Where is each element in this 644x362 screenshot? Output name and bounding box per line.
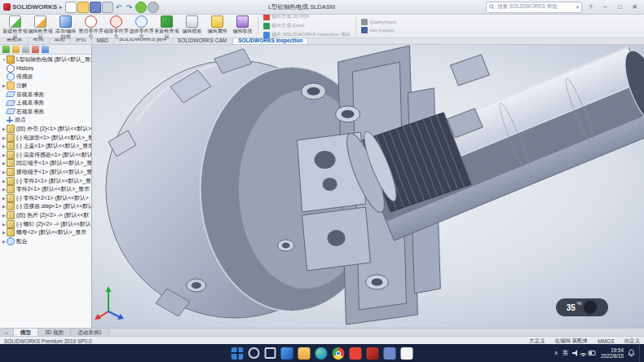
ribbon-button[interactable]: 添加/编辑特性 xyxy=(53,15,78,37)
tree-item[interactable]: ▶ 零件2<1> (默认<<默认>_显示 xyxy=(2,185,91,194)
panel-tab-icon[interactable] xyxy=(42,46,49,53)
quick-access-icon[interactable] xyxy=(148,2,159,13)
search-caret-icon[interactable]: ▾ xyxy=(576,4,579,11)
graphics-area[interactable]: 35 % xyxy=(92,44,644,328)
ribbon-button[interactable]: 更新检查项目 xyxy=(154,15,179,37)
tree-item[interactable]: 原点 xyxy=(2,116,91,125)
tree-item[interactable]: ▶ 注解 xyxy=(2,82,91,90)
ribbon-button-label: 选择零件序号 xyxy=(129,29,154,39)
tree-item[interactable]: ▶ 接地端子<1> (默认<<默认>_显 xyxy=(2,168,91,177)
taskbar-icon[interactable] xyxy=(281,347,293,360)
assembly-icon xyxy=(7,55,15,64)
tree-root-item[interactable]: ▾ L型铝轴热电偶 (默认<默认_显示状态-1>) xyxy=(2,55,91,64)
quick-access-icon[interactable] xyxy=(125,2,135,12)
tree-item[interactable]: ▶ 配合 xyxy=(2,236,91,245)
panel-tab-icon[interactable] xyxy=(12,46,20,53)
ribbon-button-label: 添加/编辑特性 xyxy=(53,29,78,39)
quick-access-icon[interactable] xyxy=(90,2,101,13)
taskbar-icon[interactable] xyxy=(367,347,379,360)
app-version-text: SOLIDWORKS Premium 2019 SP0.0 xyxy=(4,338,92,344)
tree-item[interactable]: ▶ (-) 温度传感器<1> (默认<<默认> xyxy=(2,151,91,160)
tree-item[interactable]: ▶ (-) 电源垫<1> (默认<<默认>_显示 xyxy=(2,133,91,142)
quick-access-icon[interactable] xyxy=(135,2,147,13)
panel-tab-icon[interactable] xyxy=(22,46,29,53)
ribbon-button-icon xyxy=(60,15,72,28)
tree-item[interactable]: 传感器 xyxy=(2,73,91,82)
input-language-indicator[interactable]: 英 xyxy=(562,349,568,357)
ribbon-button[interactable]: 编辑模板 xyxy=(179,15,205,37)
ribbon-button[interactable]: 编辑取值 xyxy=(230,15,255,37)
ribbon-button[interactable]: 编辑属性 xyxy=(205,15,230,37)
solidworks-logo: SOLIDWORKS xyxy=(3,3,57,11)
panel-tab-icon[interactable] xyxy=(32,46,39,53)
help-button[interactable]: ? xyxy=(584,2,597,12)
notification-bell-icon[interactable] xyxy=(628,349,635,357)
tray-expand-icon[interactable]: ∧ xyxy=(554,350,558,356)
tree-item-label: (-) 螺钉 (2)<2> -> (默认<<默认> xyxy=(16,220,91,228)
taskbar-icon[interactable] xyxy=(401,347,413,360)
tree-item[interactable]: ▶ (-) 上盖<1> (默认<<默认>_显示状 xyxy=(2,142,91,151)
tree-item[interactable]: ▶ 螺母<2> (默认<<默认>_显示 xyxy=(2,228,91,237)
taskbar-icon[interactable] xyxy=(350,347,362,360)
clock[interactable]: 19:54 2022/8/15 xyxy=(601,347,624,359)
tree-item-label: (-) 连接器.step<1> (默认<<默认 xyxy=(16,202,91,210)
inspection-button-group: 新建检查项目 编辑检查项目 添加/编辑特性 重排零件序号 移除零件序号 xyxy=(2,15,255,37)
ribbon-button[interactable]: 编辑检查项目 xyxy=(28,15,53,37)
tree-item[interactable]: History xyxy=(2,64,91,73)
ribbon-button[interactable]: 新建检查项目 xyxy=(2,15,28,37)
solidworks-logo-icon xyxy=(3,3,11,11)
clock-date: 2022/8/15 xyxy=(601,353,624,359)
battery-overlay[interactable]: 35 % xyxy=(556,298,608,316)
maximize-button[interactable]: □ xyxy=(614,2,626,12)
taskbar-icon[interactable] xyxy=(298,347,311,360)
help-search-input[interactable]: 搜索 SOLIDWORKS 帮助 ▾ xyxy=(486,2,582,13)
quick-access-icon[interactable] xyxy=(102,2,113,13)
3d-model[interactable] xyxy=(92,44,644,328)
quick-access-icon[interactable] xyxy=(65,2,77,13)
taskbar-icon[interactable] xyxy=(333,347,345,360)
document-title: L型铝轴热电偶.SLDASM xyxy=(122,3,481,11)
tree-item-icon xyxy=(7,151,15,159)
tree-item[interactable]: 右视基准面 xyxy=(2,108,91,117)
ribbon-button[interactable]: 重排零件序号 xyxy=(78,15,104,37)
quick-access-icon[interactable] xyxy=(114,2,124,12)
taskbar-icon[interactable] xyxy=(265,347,276,359)
panel-tab-icon[interactable] xyxy=(2,46,10,53)
tree-item-icon xyxy=(7,64,15,73)
search-icon xyxy=(489,4,495,10)
tree-item[interactable]: ▶ (-) 零件1<1> (默认<<默认>_显示 xyxy=(2,176,91,185)
tree-item[interactable]: 前视基准面 xyxy=(2,90,91,99)
tree-item-label: 注解 xyxy=(16,82,28,90)
taskbar-icon[interactable] xyxy=(232,347,244,360)
tree-item-icon xyxy=(7,142,15,150)
export-button[interactable]: 输出生成 Excel xyxy=(263,22,351,29)
show-desktop-button[interactable] xyxy=(639,344,642,362)
tree-item[interactable]: ▶ (固) 热片 (2)<2> -> (默认<<默 xyxy=(2,211,91,220)
service-button-icon xyxy=(361,27,368,33)
close-button[interactable]: ✕ xyxy=(629,2,641,12)
ribbon-button[interactable]: 选择零件序号 xyxy=(129,15,154,37)
orientation-triad[interactable] xyxy=(94,284,128,323)
taskbar-icon[interactable] xyxy=(249,347,260,359)
tree-item-icon xyxy=(7,117,13,123)
minimize-button[interactable]: − xyxy=(599,2,611,12)
service-button[interactable]: QualityXpert xyxy=(361,19,396,25)
ribbon-button-label: 编辑取值 xyxy=(233,29,253,34)
tree-item[interactable]: ▶ (固) 外壳 (2)<1> (默认<<默认>_显示状 xyxy=(2,125,91,134)
tray-status-icons[interactable] xyxy=(572,349,597,357)
ribbon-button[interactable]: 移除零件序号 xyxy=(104,15,129,37)
taskbar-icon[interactable] xyxy=(384,347,396,360)
export-button[interactable]: 输出 SOLIDWORKS Inspection 项目 xyxy=(263,31,351,38)
quick-access-icon[interactable] xyxy=(77,2,89,13)
tree-item[interactable]: ▶ (-) 零件2+2<1> (默认<<默认> xyxy=(2,194,91,203)
menu-expand-arrow[interactable]: ▸ xyxy=(60,4,63,11)
tree-item-label: History xyxy=(16,65,33,71)
taskbar-icon[interactable] xyxy=(315,347,328,360)
tree-item[interactable]: 上视基准面 xyxy=(2,99,91,108)
service-button[interactable]: Net-Inspect xyxy=(361,27,396,33)
tree-item[interactable]: ▶ (-) 螺钉 (2)<2> -> (默认<<默认> xyxy=(2,219,91,228)
tree-item[interactable]: ▶ (-) 连接器.step<1> (默认<<默认 xyxy=(2,202,91,211)
help-search-placeholder: 搜索 SOLIDWORKS 帮助 xyxy=(497,3,558,11)
tree-item-icon xyxy=(7,159,15,167)
tree-item[interactable]: ▶ 固定端子<1> (默认<<默认>_显示 xyxy=(2,159,91,168)
